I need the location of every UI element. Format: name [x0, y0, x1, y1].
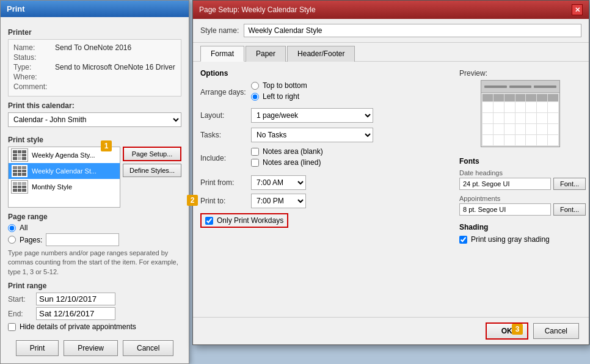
- start-row: Start:: [8, 293, 181, 305]
- gray-shading-checkbox[interactable]: [459, 236, 467, 244]
- workdays-label: Only Print Workdays: [217, 216, 283, 225]
- style-name-label: Style name:: [200, 26, 239, 35]
- print-calendar-label: Print this calendar:: [8, 101, 181, 110]
- pages-label: Pages:: [20, 236, 42, 244]
- hide-private-label: Hide details of private appointments: [20, 322, 136, 331]
- style-icon-agenda: [11, 148, 28, 162]
- fonts-section: Fonts Date headings Font... Appointments…: [459, 157, 581, 216]
- arrange-days-options: Top to bottom Left to right: [251, 81, 307, 103]
- badge-2: 2: [187, 195, 198, 206]
- shading-section: Shading Print using gray shading: [459, 223, 581, 244]
- notes-lined-label: Notes area (lined): [263, 158, 321, 167]
- appointments-font-row: Appointments Font...: [459, 195, 581, 216]
- hide-private-checkbox[interactable]: [8, 323, 16, 331]
- appointments-font-button[interactable]: Font...: [553, 203, 586, 216]
- pages-input[interactable]: [46, 233, 119, 246]
- hide-private-row: Hide details of private appointments: [8, 322, 181, 331]
- print-button[interactable]: Print: [16, 340, 59, 356]
- notes-lined-checkbox[interactable]: [251, 159, 259, 167]
- dialog-footer: 3 OK Cancel: [193, 317, 589, 344]
- tab-format[interactable]: Format: [200, 46, 244, 62]
- style-name-weekly: Weekly Calendar St...: [32, 167, 97, 175]
- start-date-input[interactable]: [36, 293, 115, 305]
- appointments-font-input[interactable]: [459, 203, 551, 216]
- date-headings-input-row: Font...: [459, 178, 581, 190]
- style-name-agenda: Weekly Agenda Sty...: [32, 151, 95, 159]
- dialog-cancel-button[interactable]: Cancel: [533, 323, 579, 339]
- print-style-label: Print style: [8, 136, 181, 144]
- left-to-right-radio[interactable]: [251, 93, 259, 101]
- dialog-right-panel: Preview:: [459, 69, 581, 335]
- define-styles-button[interactable]: Define Styles...: [123, 164, 181, 177]
- preview-label: Preview:: [459, 69, 581, 78]
- tasks-dropdown[interactable]: No Tasks: [251, 128, 373, 142]
- page-setup-dialog: Page Setup: Weekly Calendar Style ✕ Styl…: [192, 0, 589, 345]
- print-from-row: Print from: 7:00 AM: [200, 175, 450, 190]
- badge-1: 1: [101, 140, 112, 151]
- calendar-dropdown[interactable]: Calendar - John Smith: [8, 112, 181, 127]
- preview-header: [481, 81, 559, 93]
- end-date-input[interactable]: [36, 307, 115, 320]
- print-to-dropdown[interactable]: 7:00 PM: [251, 194, 306, 208]
- notes-lined-row: Notes area (lined): [251, 158, 323, 167]
- tab-header-footer[interactable]: Header/Footer: [287, 46, 355, 62]
- all-radio[interactable]: [8, 224, 16, 232]
- gray-shading-row: Print using gray shading: [459, 235, 581, 244]
- date-headings-font-input[interactable]: [459, 178, 551, 190]
- date-headings-font-button[interactable]: Font...: [553, 178, 586, 190]
- pages-radio-row: Pages:: [8, 233, 181, 246]
- dialog-body: Options Arrange days: Top to bottom Left…: [193, 62, 589, 343]
- arrange-days-row: Arrange days: Top to bottom Left to righ…: [200, 81, 450, 103]
- print-cancel-button[interactable]: Cancel: [123, 340, 173, 356]
- include-section: Include: Notes area (blank) Notes area (…: [200, 147, 450, 169]
- style-icon-weekly: [11, 164, 28, 178]
- date-headings-label: Date headings: [459, 169, 581, 177]
- dialog-left-panel: Options Arrange days: Top to bottom Left…: [200, 69, 450, 335]
- workdays-row: Only Print Workdays: [200, 213, 288, 228]
- tab-paper[interactable]: Paper: [246, 46, 286, 62]
- top-to-bottom-radio[interactable]: [251, 82, 259, 90]
- notes-blank-label: Notes area (blank): [263, 147, 323, 156]
- style-list[interactable]: Weekly Agenda Sty... Weekly Calendar St.…: [8, 147, 120, 208]
- appointments-font-label: Appointments: [459, 195, 581, 202]
- layout-dropdown[interactable]: 1 page/week: [251, 108, 373, 123]
- gray-shading-label: Print using gray shading: [471, 235, 550, 244]
- style-name-monthly: Monthly Style: [32, 183, 72, 191]
- hint-text: Type page numbers and/or page ranges sep…: [8, 249, 181, 277]
- style-name-input[interactable]: [244, 24, 581, 37]
- notes-blank-row: Notes area (blank): [251, 147, 323, 156]
- notes-blank-checkbox[interactable]: [251, 148, 259, 156]
- printer-section: Name: Send To OneNote 2016 Status: Type:…: [8, 39, 181, 96]
- workdays-checkbox[interactable]: [205, 217, 213, 225]
- pages-radio[interactable]: [8, 236, 16, 244]
- printer-name: Send To OneNote 2016: [55, 43, 131, 52]
- printer-section-label: Printer: [8, 28, 181, 37]
- dialog-close-button[interactable]: ✕: [572, 4, 583, 15]
- tasks-label: Tasks:: [200, 131, 246, 139]
- fonts-title: Fonts: [459, 157, 581, 166]
- print-from-label: Print from:: [200, 178, 246, 187]
- page-setup-button[interactable]: Page Setup...: [123, 147, 181, 161]
- print-from-dropdown[interactable]: 7:00 AM: [251, 175, 306, 190]
- include-row: Include: Notes area (blank) Notes area (…: [200, 147, 450, 169]
- style-icon-monthly: [11, 180, 28, 194]
- style-item-weekly-calendar[interactable]: Weekly Calendar St...: [9, 163, 120, 179]
- include-label: Include:: [200, 154, 246, 162]
- appointments-input-row: Font...: [459, 203, 581, 216]
- print-to-label: Print to:: [200, 197, 246, 205]
- printer-type: Send to Microsoft OneNote 16 Driver: [55, 63, 175, 71]
- shading-title: Shading: [459, 223, 581, 231]
- dialog-titlebar: Page Setup: Weekly Calendar Style ✕: [193, 1, 589, 19]
- all-radio-row: All: [8, 224, 181, 232]
- top-to-bottom-label: Top to bottom: [263, 81, 307, 90]
- preview-button[interactable]: Preview: [64, 340, 118, 356]
- preview-box: [481, 80, 560, 147]
- style-name-row: Style name:: [193, 19, 589, 43]
- print-buttons: Print Preview Cancel: [1, 340, 189, 356]
- print-to-section: 2 Print to: 7:00 PM: [200, 194, 450, 208]
- print-window-title: Print: [1, 1, 189, 17]
- end-row: End:: [8, 307, 181, 320]
- dialog-title: Page Setup: Weekly Calendar Style: [199, 5, 316, 14]
- style-item-monthly[interactable]: Monthly Style: [9, 179, 120, 195]
- preview-section: Preview:: [459, 69, 581, 147]
